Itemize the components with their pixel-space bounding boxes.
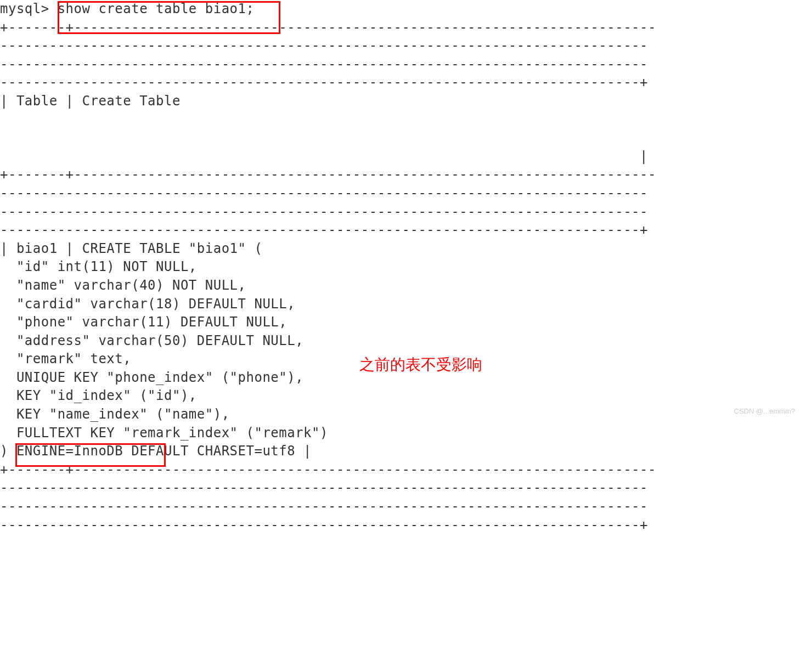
separator-line: ----------------------------------------… (0, 75, 648, 90)
separator-line: +-------+-------------------------------… (0, 462, 656, 477)
column-def-id: "id" int(11) NOT NULL, (0, 259, 197, 274)
column-def-phone: "phone" varchar(11) DEFAULT NULL, (0, 314, 287, 330)
terminal-output: mysql> show create table biao1; +-------… (0, 0, 806, 534)
mysql-prompt: mysql> (0, 1, 58, 16)
separator-line: +-------+-------------------------------… (0, 167, 656, 182)
separator-line: ----------------------------------------… (0, 222, 648, 238)
separator-line: ----------------------------------------… (0, 204, 648, 219)
separator-line: ----------------------------------------… (0, 480, 648, 495)
separator-line: ----------------------------------------… (0, 185, 648, 201)
separator-line: ----------------------------------------… (0, 499, 648, 514)
key-name: KEY "name_index" ("name"), (0, 406, 230, 422)
header-bar-end: | (0, 149, 648, 164)
key-fulltext: FULLTEXT KEY "remark_index" ("remark") (0, 425, 328, 441)
column-def-remark: "remark" text, (0, 351, 131, 366)
separator-line: ----------------------------------------… (0, 517, 648, 533)
column-def-cardid: "cardid" varchar(18) DEFAULT NULL, (0, 296, 295, 312)
column-def-address: "address" varchar(50) DEFAULT NULL, (0, 333, 303, 348)
separator-line: ----------------------------------------… (0, 38, 648, 53)
key-unique: UNIQUE KEY "phone_index" ("phone"), (0, 370, 303, 385)
separator-line: +-------+-------------------------------… (0, 20, 656, 35)
separator-line: ----------------------------------------… (0, 57, 648, 72)
key-id: KEY "id_index" ("id"), (0, 388, 197, 403)
column-def-name: "name" varchar(40) NOT NULL, (0, 278, 246, 293)
watermark-text: CSDN @...emmm? (734, 406, 795, 416)
engine-line: ) ENGINE=InnoDB DEFAULT CHARSET=utf8 | (0, 443, 312, 459)
table-header: | Table | Create Table (0, 93, 181, 109)
create-table-row: | biao1 | CREATE TABLE "biao1" ( (0, 241, 262, 256)
command-text: show create table biao1; (58, 1, 255, 16)
